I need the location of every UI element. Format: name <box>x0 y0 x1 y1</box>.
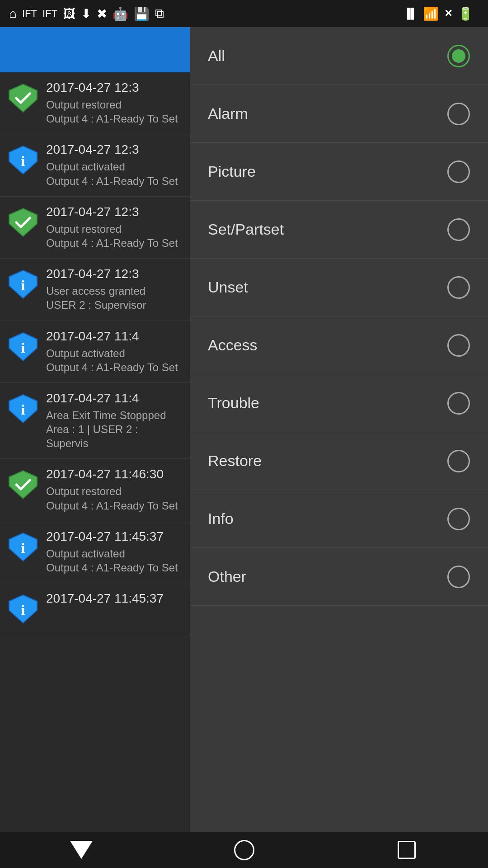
ift2-icon: IFT <box>42 8 57 19</box>
item-line1: Area Exit Time Stoppped <box>46 408 183 422</box>
item-line2: Output 4 : A1-Ready To Set <box>46 360 183 374</box>
home-button[interactable] <box>217 836 271 863</box>
filter-label-alarm: Alarm <box>208 105 248 123</box>
item-datetime: 2017-04-27 11:46:30 <box>46 467 183 481</box>
list-item[interactable]: i 2017-04-27 12:3 User access granted US… <box>0 259 190 321</box>
filter-option-info[interactable]: Info <box>190 490 488 548</box>
item-content: 2017-04-27 11:46:30 Output restored Outp… <box>46 467 183 512</box>
radio-restore[interactable] <box>447 450 470 472</box>
radio-picture[interactable] <box>447 160 470 183</box>
android-icon: 🤖 <box>113 6 128 21</box>
shield-icon: i <box>7 329 39 364</box>
radio-setpartset[interactable] <box>447 218 470 241</box>
item-datetime: 2017-04-27 12:3 <box>46 142 183 157</box>
radio-trouble[interactable] <box>447 392 470 415</box>
item-line2: Output 4 : A1-Ready To Set <box>46 174 183 188</box>
svg-marker-10 <box>9 471 37 499</box>
dual-sim-icon: ▐▌ <box>404 8 418 19</box>
item-line2: Output 4 : A1-Ready To Set <box>46 236 183 250</box>
filter-label-other: Other <box>208 568 246 585</box>
item-line2: Area : 1 | USER 2 : Supervis <box>46 422 183 450</box>
radio-access[interactable] <box>447 334 470 357</box>
filter-option-other[interactable]: Other <box>190 548 488 606</box>
filter-label-unset: Unset <box>208 278 248 296</box>
list-item[interactable]: i 2017-04-27 11:45:37 <box>0 583 190 635</box>
home-icon: ⌂ <box>9 6 17 21</box>
filter-label-trouble: Trouble <box>208 394 259 412</box>
item-content: 2017-04-27 11:4 Output activated Output … <box>46 329 183 374</box>
filter-label-access: Access <box>208 336 258 354</box>
list-item[interactable]: 2017-04-27 12:3 Output restored Output 4… <box>0 72 190 134</box>
filter-option-picture[interactable]: Picture <box>190 143 488 201</box>
event-list: 2017-04-27 12:3 Output restored Output 4… <box>0 72 190 832</box>
svg-marker-0 <box>9 84 37 112</box>
radio-unset[interactable] <box>447 276 470 299</box>
app-bar <box>0 27 190 72</box>
no-data-icon: ✕ <box>444 8 452 19</box>
shield-icon: i <box>7 267 39 302</box>
navigation-bar <box>0 832 488 868</box>
filter-label-setpartset: Set/Partset <box>208 221 284 238</box>
filter-option-access[interactable]: Access <box>190 316 488 374</box>
radio-alarm[interactable] <box>447 103 470 125</box>
item-line1: User access granted <box>46 284 183 298</box>
sd-icon: 💾 <box>134 6 150 21</box>
filter-option-setpartset[interactable]: Set/Partset <box>190 201 488 259</box>
back-icon <box>70 841 93 859</box>
svg-text:i: i <box>21 153 25 169</box>
wifi-off-icon: ✖ <box>97 6 107 21</box>
item-content: 2017-04-27 12:3 Output activated Output … <box>46 142 183 188</box>
radio-info[interactable] <box>447 508 470 530</box>
shield-icon: i <box>7 591 39 627</box>
item-line1: Output activated <box>46 346 183 360</box>
filter-option-all[interactable]: All <box>190 27 488 85</box>
item-line1: Output activated <box>46 160 183 174</box>
shield-icon <box>7 467 39 502</box>
item-datetime: 2017-04-27 11:45:37 <box>46 529 183 544</box>
svg-text:i: i <box>21 540 25 556</box>
item-line2: Output 4 : A1-Ready To Set <box>46 499 183 513</box>
download-icon: ⬇ <box>81 6 91 21</box>
filter-option-restore[interactable]: Restore <box>190 432 488 490</box>
filter-option-unset[interactable]: Unset <box>190 259 488 316</box>
battery-icon: 🔋 <box>458 6 474 21</box>
list-item[interactable]: i 2017-04-27 11:4 Output activated Outpu… <box>0 321 190 383</box>
filter-label-restore: Restore <box>208 452 262 470</box>
svg-marker-3 <box>9 208 37 236</box>
signal-icon: 📶 <box>423 6 439 21</box>
list-item[interactable]: 2017-04-27 12:3 Output restored Output 4… <box>0 197 190 259</box>
recent-apps-button[interactable] <box>380 836 434 863</box>
item-datetime: 2017-04-27 12:3 <box>46 205 183 219</box>
filter-label-info: Info <box>208 510 234 528</box>
home-icon <box>234 840 254 860</box>
svg-text:i: i <box>21 602 25 618</box>
back-button[interactable] <box>54 836 108 863</box>
item-content: 2017-04-27 12:3 User access granted USER… <box>46 267 183 312</box>
item-datetime: 2017-04-27 11:4 <box>46 391 183 406</box>
list-item[interactable]: i 2017-04-27 12:3 Output activated Outpu… <box>0 134 190 196</box>
filter-label-picture: Picture <box>208 163 256 180</box>
shield-icon: i <box>7 142 39 178</box>
svg-text:i: i <box>21 340 25 356</box>
item-content: 2017-04-27 11:45:37 Output activated Out… <box>46 529 183 575</box>
list-item[interactable]: i 2017-04-27 11:4 Area Exit Time Stopppe… <box>0 383 190 459</box>
filter-option-trouble[interactable]: Trouble <box>190 374 488 432</box>
item-line1: Output restored <box>46 98 183 112</box>
status-icons-left: ⌂ IFT IFT 🖼 ⬇ ✖ 🤖 💾 ⧉ <box>9 6 164 21</box>
list-item[interactable]: 2017-04-27 11:46:30 Output restored Outp… <box>0 459 190 521</box>
item-line1: Output restored <box>46 484 183 498</box>
filter-option-alarm[interactable]: Alarm <box>190 85 488 143</box>
filter-dropdown: All Alarm Picture Set/Partset Unset Acce… <box>190 27 488 832</box>
item-line1: Output restored <box>46 222 183 236</box>
shield-icon: i <box>7 391 39 426</box>
filter-label-all: All <box>208 47 225 65</box>
list-item[interactable]: i 2017-04-27 11:45:37 Output activated O… <box>0 521 190 583</box>
radio-other[interactable] <box>447 566 470 588</box>
item-line2: Output 4 : A1-Ready To Set <box>46 112 183 126</box>
item-content: 2017-04-27 12:3 Output restored Output 4… <box>46 80 183 126</box>
item-datetime: 2017-04-27 12:3 <box>46 80 183 95</box>
radio-all[interactable] <box>447 45 470 67</box>
item-datetime: 2017-04-27 11:45:37 <box>46 591 183 606</box>
item-content: 2017-04-27 11:4 Area Exit Time Stoppped … <box>46 391 183 451</box>
item-content: 2017-04-27 12:3 Output restored Output 4… <box>46 205 183 250</box>
